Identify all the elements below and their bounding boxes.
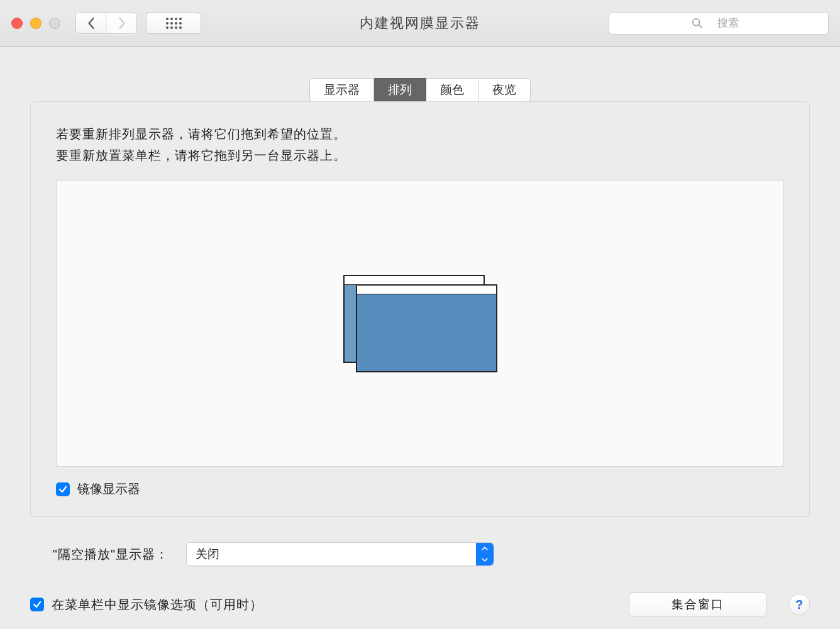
monitor-primary[interactable]	[356, 284, 497, 372]
search-input[interactable]	[609, 12, 829, 35]
airplay-row: "隔空播放"显示器： 关闭	[30, 542, 810, 566]
instructions-line2: 要重新放置菜单栏，请将它拖到另一台显示器上。	[56, 145, 784, 166]
check-icon	[33, 600, 41, 609]
select-stepper[interactable]	[476, 543, 494, 565]
airplay-value: 关闭	[196, 546, 219, 562]
search-icon	[692, 18, 703, 29]
maximize-button	[49, 18, 60, 29]
instructions-line1: 若要重新排列显示器，请将它们拖到希望的位置。	[56, 123, 784, 145]
airplay-select[interactable]: 关闭	[186, 542, 494, 566]
menu-bar-drag[interactable]	[345, 276, 484, 285]
bottom-section: "隔空播放"显示器： 关闭 在菜单栏中显示镜像选项（可用时） 集合窗口 ?	[30, 542, 810, 616]
screen-area	[357, 294, 496, 371]
tab-night[interactable]: 夜览	[478, 78, 531, 102]
content: 显示器 排列 颜色 夜览 若要重新排列显示器，请将它们拖到希望的位置。 要重新放…	[0, 47, 840, 629]
nav-group	[75, 13, 137, 34]
tab-display[interactable]: 显示器	[309, 78, 374, 102]
arrangement-area[interactable]	[56, 180, 784, 467]
svg-point-0	[693, 18, 700, 25]
minimize-button[interactable]	[30, 18, 41, 29]
tab-arrangement[interactable]: 排列	[374, 78, 426, 102]
tab-color[interactable]: 颜色	[426, 78, 478, 102]
menu-bar-drag[interactable]	[357, 286, 496, 294]
mirror-checkbox[interactable]	[56, 482, 70, 496]
footer-row: 在菜单栏中显示镜像选项（可用时） 集合窗口 ?	[30, 593, 810, 616]
menubar-option-label: 在菜单栏中显示镜像选项（可用时）	[52, 596, 263, 613]
menubar-option-checkbox[interactable]	[30, 598, 44, 611]
back-button[interactable]	[76, 13, 106, 33]
airplay-label: "隔空播放"显示器：	[30, 546, 169, 563]
mirror-row: 镜像显示器	[56, 481, 784, 498]
tab-bar: 显示器 排列 颜色 夜览	[309, 78, 531, 102]
mirror-label: 镜像显示器	[77, 481, 140, 498]
close-button[interactable]	[11, 18, 23, 29]
grid-icon	[166, 18, 182, 29]
svg-line-1	[699, 25, 702, 28]
gather-windows-button[interactable]: 集合窗口	[629, 593, 767, 616]
toolbar: 内建视网膜显示器	[0, 0, 840, 47]
search-field-wrap	[609, 12, 829, 35]
forward-button	[106, 13, 136, 33]
arrangement-panel: 若要重新排列显示器，请将它们拖到希望的位置。 要重新放置菜单栏，请将它拖到另一台…	[30, 101, 810, 517]
traffic-lights	[11, 18, 60, 29]
check-icon	[58, 485, 67, 494]
help-button[interactable]: ?	[788, 594, 810, 615]
show-all-button[interactable]	[146, 13, 201, 34]
chevron-up-icon	[482, 546, 488, 551]
chevron-down-icon	[482, 557, 488, 562]
monitor-stack	[343, 275, 497, 372]
